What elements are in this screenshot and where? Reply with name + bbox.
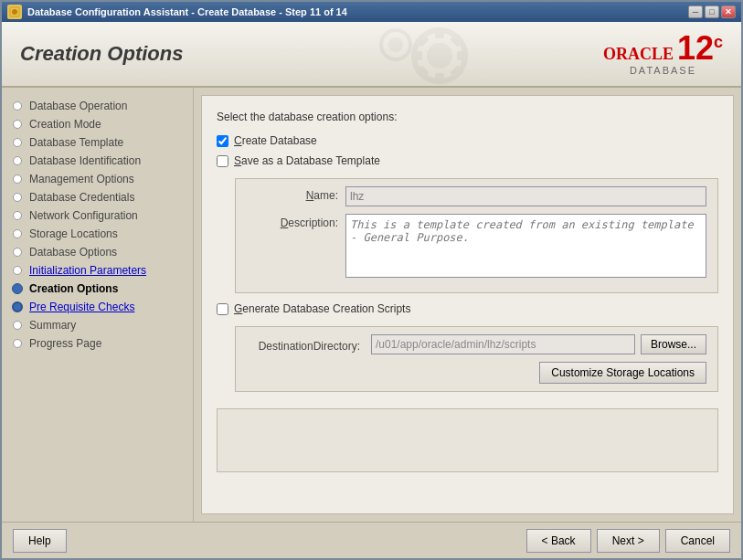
gear-decoration	[376, 26, 485, 89]
database-identification-icon	[11, 154, 24, 167]
create-database-checkbox[interactable]	[217, 135, 228, 147]
oracle-text: ORACLE	[603, 45, 674, 64]
sidebar-item-database-operation: Database Operation	[2, 97, 193, 115]
next-button[interactable]: Next >	[597, 529, 660, 553]
title-bar: Database Configuration Assistant - Creat…	[2, 2, 741, 22]
name-row: Name:	[247, 186, 706, 206]
network-configuration-icon	[11, 209, 24, 222]
oracle-logo: ORACLE 12c DATABASE	[603, 32, 723, 76]
window-icon	[7, 5, 22, 19]
create-database-row: Create Database	[217, 134, 718, 147]
back-button[interactable]: < Back	[526, 529, 591, 553]
content-panel: Select the database creation options: Cr…	[201, 95, 734, 514]
save-template-row: Save as a Database Template	[217, 154, 718, 167]
svg-point-1	[12, 9, 17, 15]
database-operation-icon	[11, 100, 24, 112]
initialization-parameters-icon	[11, 264, 24, 277]
sidebar-item-pre-requisite-checks[interactable]: Pre Requisite Checks	[2, 298, 193, 316]
help-button[interactable]: Help	[13, 529, 67, 553]
footer-left: Help	[13, 529, 521, 553]
sidebar: Database Operation Creation Mode Databas…	[2, 88, 194, 522]
sidebar-item-database-credentials: Database Credentials	[2, 188, 193, 206]
create-database-label[interactable]: Create Database	[234, 134, 317, 147]
description-textarea[interactable]	[345, 214, 706, 278]
creation-options-icon	[11, 282, 24, 295]
sidebar-item-network-configuration: Network Configuration	[2, 206, 193, 225]
maximize-button[interactable]: □	[705, 5, 719, 18]
storage-locations-icon	[11, 227, 24, 240]
cancel-button[interactable]: Cancel	[665, 529, 730, 553]
body-layout: Database Operation Creation Mode Databas…	[2, 88, 741, 522]
progress-page-icon	[11, 337, 24, 350]
main-window: Database Configuration Assistant - Creat…	[0, 0, 743, 560]
svg-rect-7	[457, 51, 468, 60]
browse-button[interactable]: Browse...	[641, 334, 706, 354]
main-content: Creation Options	[2, 22, 741, 558]
sidebar-item-database-options: Database Options	[2, 243, 193, 261]
sidebar-item-summary: Summary	[2, 316, 193, 334]
sidebar-item-storage-locations: Storage Locations	[2, 225, 193, 243]
header: Creation Options	[2, 22, 741, 88]
description-label: Description:	[247, 214, 338, 229]
sidebar-item-initialization-parameters[interactable]: Initialization Parameters	[2, 261, 193, 280]
save-template-label[interactable]: Save as a Database Template	[234, 154, 380, 167]
management-options-icon	[11, 173, 24, 185]
template-details-section: Name: Description:	[235, 178, 718, 293]
pre-requisite-checks-icon	[11, 301, 24, 313]
close-button[interactable]: ✕	[721, 5, 736, 18]
header-logo: ORACLE 12c DATABASE	[603, 32, 723, 76]
svg-point-13	[388, 37, 403, 52]
save-template-checkbox[interactable]	[217, 155, 228, 167]
creation-mode-icon	[11, 118, 24, 131]
scripts-destination-section: DestinationDirectory: Browse... Customiz…	[235, 326, 718, 392]
sidebar-item-creation-mode: Creation Mode	[2, 115, 193, 133]
database-template-icon	[11, 136, 24, 149]
summary-icon	[11, 319, 24, 332]
name-label: Name:	[247, 186, 338, 202]
window-controls: ─ □ ✕	[688, 5, 736, 18]
svg-rect-4	[435, 27, 444, 38]
footer: Help < Back Next > Cancel	[2, 522, 741, 558]
generate-scripts-label[interactable]: Generate Database Creation Scripts	[234, 302, 410, 315]
database-credentials-icon	[11, 191, 24, 204]
name-input[interactable]	[345, 186, 706, 206]
customize-btn-row: Customize Storage Locations	[247, 362, 706, 384]
customize-storage-button[interactable]: Customize Storage Locations	[539, 362, 706, 384]
generate-scripts-checkbox[interactable]	[217, 303, 228, 315]
section-title: Select the database creation options:	[217, 111, 718, 123]
destination-input[interactable]	[371, 334, 635, 354]
sidebar-item-management-options: Management Options	[2, 170, 193, 188]
destination-row: DestinationDirectory: Browse...	[247, 334, 706, 354]
sidebar-item-database-template: Database Template	[2, 133, 193, 152]
database-options-icon	[11, 246, 24, 259]
sidebar-item-progress-page: Progress Page	[2, 334, 193, 353]
svg-rect-6	[411, 51, 422, 60]
info-box	[217, 408, 718, 472]
oracle-version: 12c	[677, 32, 723, 65]
generate-scripts-row: Generate Database Creation Scripts	[217, 302, 718, 315]
svg-point-3	[427, 43, 452, 69]
window-title: Database Configuration Assistant - Creat…	[27, 6, 683, 17]
sidebar-item-creation-options: Creation Options	[2, 280, 193, 298]
svg-rect-5	[435, 73, 444, 84]
sidebar-item-database-identification: Database Identification	[2, 152, 193, 170]
destination-label: DestinationDirectory:	[247, 337, 366, 353]
description-row: Description:	[247, 214, 706, 278]
minimize-button[interactable]: ─	[688, 5, 703, 18]
header-title: Creation Options	[20, 42, 183, 66]
